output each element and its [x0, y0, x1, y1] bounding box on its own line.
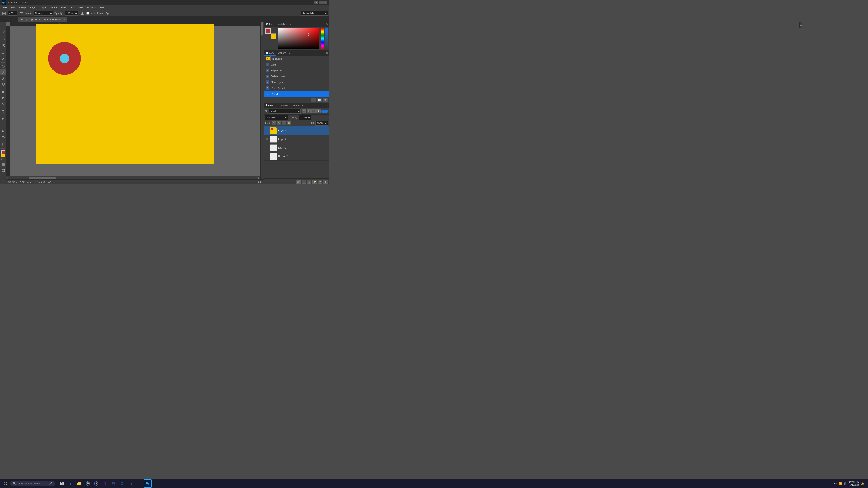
filter-type-btn[interactable]: T [307, 109, 311, 113]
history-panel-close[interactable]: ✕ [326, 52, 328, 55]
shape-tool-btn[interactable] [0, 134, 6, 140]
document-tab[interactable]: moo.psd @ 38.7% (Layer 3, RGB/8) * × [18, 17, 67, 22]
foreground-color-swatch[interactable] [1, 150, 5, 154]
dodge-tool-btn[interactable] [0, 109, 6, 115]
history-panel-collapse[interactable]: ▾ [289, 52, 290, 55]
lock-transparent-btn[interactable]: ⬚ [272, 121, 276, 125]
clone-tool-btn[interactable] [0, 82, 6, 88]
layer-item-3[interactable]: 👁 Layer 3 [264, 126, 329, 135]
menu-file[interactable]: File [1, 6, 8, 9]
layer-visibility-3[interactable]: 👁 [265, 129, 269, 132]
bucket-tool-btn[interactable] [0, 95, 6, 101]
tab-layers[interactable]: Layers [264, 103, 276, 108]
add-fx-btn[interactable]: fx [302, 180, 306, 184]
layer-item-1[interactable]: 👁 Layer 1 [264, 143, 329, 152]
menu-type[interactable]: Type [39, 6, 48, 9]
filter-pixel-btn[interactable]: ⬚ [302, 109, 306, 113]
move-tool-btn[interactable] [0, 29, 6, 35]
smudge-tool-btn[interactable] [0, 101, 6, 107]
add-link-btn[interactable]: 🔗 [296, 180, 301, 184]
menu-help[interactable]: Help [98, 6, 107, 9]
lock-position-btn[interactable]: ✛ [282, 121, 286, 125]
marquee-tool-btn[interactable]: ⬚ [0, 23, 6, 29]
layer-item-2[interactable]: 👁 Layer 2 [264, 135, 329, 143]
menu-window[interactable]: Window [85, 6, 98, 9]
lock-all-btn[interactable]: 🔒 [287, 121, 291, 125]
brush-tool-btn[interactable] [0, 69, 6, 75]
layer-item-ellipse2[interactable]: 👁 Ellipse 2 [264, 152, 329, 161]
history-item-snapshot[interactable]: moo.psd [264, 56, 329, 62]
lasso-tool-btn[interactable] [0, 36, 6, 42]
menu-layer[interactable]: Layer [28, 6, 38, 9]
tab-color[interactable]: Color [264, 22, 274, 27]
menu-filter[interactable]: Filter [59, 6, 68, 9]
add-mask-btn[interactable]: ◻ [307, 180, 311, 184]
filter-shape-btn[interactable]: △ [311, 109, 315, 113]
menu-image[interactable]: Image [18, 6, 28, 9]
next-frame[interactable]: ▶ [260, 181, 262, 184]
layers-panel-close[interactable]: ✕ [326, 104, 328, 107]
layer-visibility-2[interactable]: 👁 [265, 137, 269, 141]
default-colors-btn[interactable]: D [1, 158, 3, 160]
prev-frame[interactable]: ◀ [257, 181, 259, 184]
swap-colors-btn[interactable]: ↔ [3, 158, 5, 160]
tab-paths[interactable]: Paths [291, 103, 302, 108]
tab-history[interactable]: History [264, 51, 276, 56]
menu-edit[interactable]: Edit [9, 6, 17, 9]
create-snapshot-btn[interactable]: ↩ [311, 98, 316, 102]
layer-type-filter[interactable]: Kind Name Effect [269, 109, 301, 113]
pressure-icon[interactable] [80, 11, 85, 16]
foreground-color-box[interactable] [265, 29, 271, 34]
zoom-tool-btn[interactable] [0, 142, 6, 148]
minimize-button[interactable]: − [314, 1, 318, 4]
color-panel-close[interactable]: ✕ [326, 23, 328, 26]
history-item-open[interactable]: ≡ Open [264, 62, 329, 68]
close-button[interactable]: ✕ [323, 1, 327, 4]
color-gradient-picker[interactable] [278, 29, 319, 49]
create-doc-btn[interactable]: 📄 [317, 98, 322, 102]
eraser-tool-btn[interactable] [0, 89, 6, 95]
alpha-slider[interactable] [326, 29, 328, 49]
menu-select[interactable]: Select [48, 6, 59, 9]
blend-mode-select[interactable]: Normal Dissolve Multiply Screen [265, 115, 288, 120]
auto-erase-checkbox[interactable] [86, 12, 89, 15]
path-select-btn[interactable] [0, 128, 6, 134]
tab-close-btn[interactable]: × [64, 18, 65, 21]
create-layer-btn[interactable]: + [318, 180, 322, 184]
timeline-nav-arrow-right[interactable]: ▶ [258, 177, 260, 179]
scrollbar-horizontal[interactable]: ◀ ▶ [6, 176, 260, 180]
scrollbar-thumb-h[interactable] [29, 177, 56, 179]
screen-mode-btn[interactable] [0, 168, 6, 173]
tab-swatches[interactable]: Swatches [274, 22, 289, 27]
create-group-btn[interactable]: 📁 [312, 180, 317, 184]
quick-mask-btn[interactable] [0, 162, 6, 167]
delete-history-btn[interactable]: 🗑 [323, 98, 328, 102]
pencil-tool-btn[interactable] [0, 75, 6, 81]
layers-panel-collapse[interactable]: ▾ [302, 104, 303, 107]
opacity-input-layers[interactable]: 100% 75% [299, 115, 311, 120]
scrollbar-thumb-v[interactable] [261, 22, 263, 36]
scrollbar-vertical[interactable] [260, 22, 264, 180]
history-item-ellipse[interactable]: ≡ Ellipse Tool [264, 68, 329, 73]
smoothing-icon[interactable] [105, 11, 110, 16]
collapse-panels-left[interactable]: ◀ [1, 1, 5, 4]
eyedropper-tool-btn[interactable] [0, 56, 6, 62]
opacity-select[interactable]: 100% 75% 50% [65, 11, 78, 15]
maximize-button[interactable]: □ [319, 1, 323, 4]
fill-input[interactable]: 100% 75% [315, 121, 328, 126]
history-item-pencil[interactable]: Pencil [264, 91, 329, 97]
background-color-box[interactable] [271, 33, 276, 39]
timeline-nav-arrow-left[interactable]: ◀ [7, 177, 8, 179]
color-panel-collapse[interactable]: ▾ [289, 23, 291, 26]
heal-tool-btn[interactable] [0, 63, 6, 69]
brush-settings-icon[interactable] [19, 11, 24, 16]
quick-select-tool-btn[interactable] [0, 42, 6, 48]
tab-channels[interactable]: Channels [276, 103, 291, 108]
pen-tool-btn[interactable] [0, 116, 6, 122]
layer-visibility-ellipse2[interactable]: 👁 [265, 155, 269, 158]
type-tool-btn[interactable]: T [0, 122, 6, 128]
filter-smart-btn[interactable]: ✱ [316, 109, 320, 113]
delete-layer-btn[interactable]: 🗑 [323, 180, 328, 184]
history-item-delete[interactable]: ≡ Delete Layer [264, 73, 329, 79]
menu-view[interactable]: View [76, 6, 85, 9]
